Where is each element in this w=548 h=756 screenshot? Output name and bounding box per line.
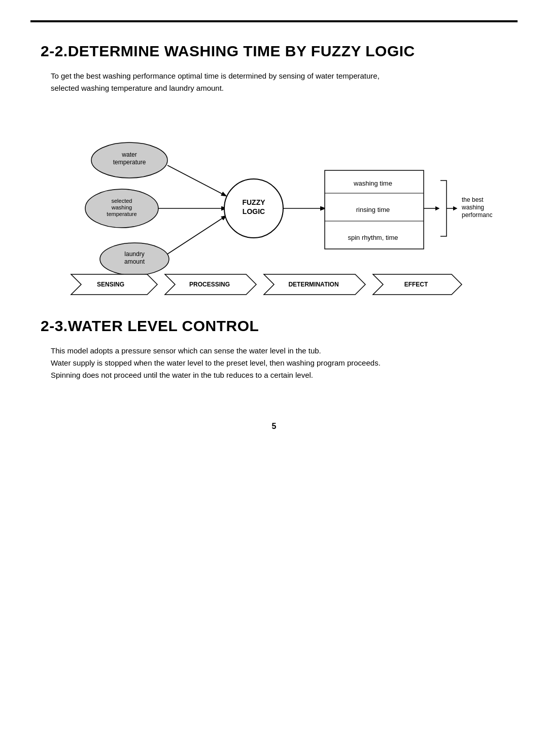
svg-line-12 [167, 216, 226, 254]
section-23-title: 2-3.WATER LEVEL CONTROL [41, 317, 507, 335]
svg-text:rinsing time: rinsing time [356, 206, 390, 213]
svg-text:washing: washing [111, 204, 132, 210]
desc-line1: To get the best washing performance opti… [51, 71, 380, 80]
section-23-desc: This model adopts a pressure sensor whic… [51, 345, 507, 381]
diagram-svg: water temperature selected washing tempe… [56, 115, 492, 297]
svg-text:FUZZY: FUZZY [242, 198, 265, 206]
svg-text:laundry: laundry [124, 250, 144, 258]
svg-text:DETERMINATION: DETERMINATION [288, 281, 338, 288]
section-23-line2: Water supply is stopped when the water l… [51, 357, 507, 369]
svg-text:amount: amount [124, 258, 145, 265]
svg-text:LOGIC: LOGIC [243, 207, 265, 215]
desc-line2: selected washing temperature and laundry… [51, 84, 224, 92]
section-22-desc: To get the best washing performance opti… [51, 70, 507, 94]
svg-text:SENSING: SENSING [97, 281, 124, 288]
svg-text:water: water [121, 151, 136, 158]
fuzzy-logic-diagram: water temperature selected washing tempe… [41, 115, 507, 297]
svg-text:performance: performance [462, 211, 492, 219]
svg-text:spin rhythm, time: spin rhythm, time [348, 234, 398, 241]
svg-text:temperature: temperature [107, 211, 136, 217]
svg-text:EFFECT: EFFECT [404, 281, 428, 288]
section-23-line1: This model adopts a pressure sensor whic… [51, 345, 507, 357]
svg-text:temperature: temperature [113, 159, 146, 166]
svg-text:the best: the best [462, 196, 484, 203]
page-number: 5 [41, 422, 507, 431]
svg-text:selected: selected [112, 198, 132, 204]
svg-text:PROCESSING: PROCESSING [189, 281, 230, 288]
svg-text:washing time: washing time [353, 179, 392, 187]
svg-text:washing: washing [461, 204, 484, 211]
section-22-title: 2-2.DETERMINE WASHING TIME BY FUZZY LOGI… [41, 43, 507, 60]
section-23-line3: Spinning does not proceed until the wate… [51, 369, 507, 381]
svg-line-10 [167, 165, 226, 196]
section-23: 2-3.WATER LEVEL CONTROL This model adopt… [41, 317, 507, 381]
